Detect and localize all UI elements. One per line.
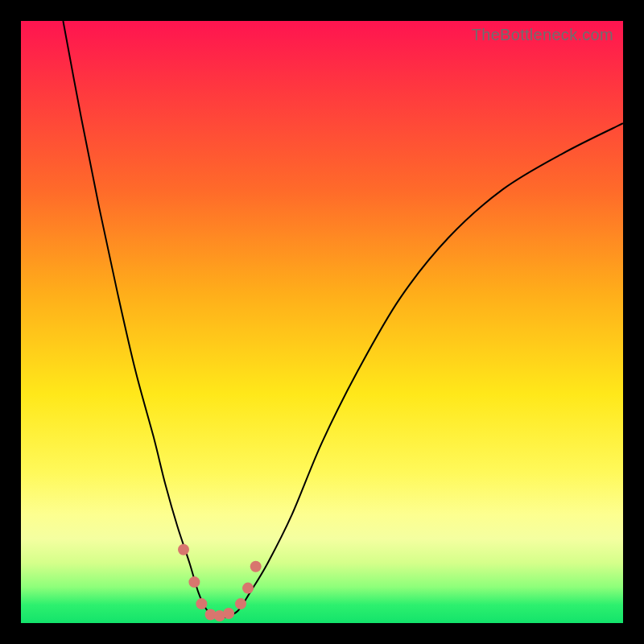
highlight-dot [188, 576, 200, 588]
chart-svg [21, 21, 623, 623]
highlight-dot [196, 598, 207, 609]
highlight-dot [205, 609, 217, 621]
highlight-dot [178, 544, 189, 555]
highlight-dot [214, 610, 225, 621]
watermark-text: TheBottleneck.com [472, 26, 613, 44]
highlight-dot [242, 583, 254, 594]
marker-group [178, 544, 262, 621]
highlight-dot [250, 561, 262, 572]
bottleneck-curve [63, 21, 623, 617]
highlight-dot [223, 608, 234, 619]
highlight-dot [235, 598, 246, 609]
chart-frame: TheBottleneck.com [21, 21, 623, 623]
